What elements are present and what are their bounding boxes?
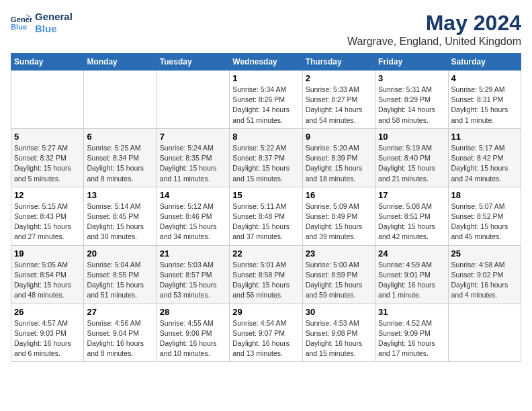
table-row: 31Sunrise: 4:52 AMSunset: 9:09 PMDayligh… (375, 304, 448, 362)
table-row: 12Sunrise: 5:15 AMSunset: 8:43 PMDayligh… (11, 187, 84, 245)
header-tuesday: Tuesday (157, 54, 229, 71)
day-number: 19 (14, 248, 81, 259)
table-row: 3Sunrise: 5:31 AMSunset: 8:29 PMDaylight… (375, 71, 448, 129)
day-number: 23 (306, 248, 372, 259)
table-row: 25Sunrise: 4:58 AMSunset: 9:02 PMDayligh… (448, 245, 521, 304)
day-number: 28 (160, 307, 226, 317)
header-wednesday: Wednesday (230, 54, 302, 71)
day-number: 16 (306, 190, 372, 200)
day-info: Sunrise: 5:17 AMSunset: 8:42 PMDaylight:… (451, 143, 518, 184)
table-row: 20Sunrise: 5:04 AMSunset: 8:55 PMDayligh… (84, 245, 157, 304)
header-friday: Friday (375, 54, 448, 71)
day-number: 25 (451, 248, 518, 259)
day-number: 3 (378, 73, 445, 83)
day-number: 1 (232, 73, 299, 83)
day-info: Sunrise: 5:08 AMSunset: 8:51 PMDaylight:… (378, 201, 445, 242)
calendar-week-row: 1Sunrise: 5:34 AMSunset: 8:26 PMDaylight… (11, 71, 521, 129)
day-info: Sunrise: 5:01 AMSunset: 8:58 PMDaylight:… (232, 260, 299, 301)
table-row: 21Sunrise: 5:03 AMSunset: 8:57 PMDayligh… (157, 245, 229, 304)
table-row: 18Sunrise: 5:07 AMSunset: 8:52 PMDayligh… (448, 187, 521, 245)
table-row: 8Sunrise: 5:22 AMSunset: 8:37 PMDaylight… (230, 128, 302, 187)
day-number: 12 (14, 190, 81, 200)
table-row: 10Sunrise: 5:19 AMSunset: 8:40 PMDayligh… (375, 128, 448, 187)
logo-icon: General Blue (11, 13, 32, 32)
table-row: 19Sunrise: 5:05 AMSunset: 8:54 PMDayligh… (11, 245, 84, 304)
table-row (448, 304, 521, 362)
day-info: Sunrise: 5:31 AMSunset: 8:29 PMDaylight:… (378, 85, 445, 126)
day-info: Sunrise: 5:14 AMSunset: 8:45 PMDaylight:… (87, 201, 153, 242)
day-info: Sunrise: 5:33 AMSunset: 8:27 PMDaylight:… (306, 85, 372, 126)
logo-line1: General (35, 11, 73, 23)
table-row: 28Sunrise: 4:55 AMSunset: 9:06 PMDayligh… (157, 304, 229, 362)
day-info: Sunrise: 4:57 AMSunset: 9:03 PMDaylight:… (14, 318, 81, 359)
weekday-header-row: Sunday Monday Tuesday Wednesday Thursday… (11, 54, 521, 71)
day-number: 2 (306, 73, 372, 83)
day-number: 18 (451, 190, 518, 200)
day-info: Sunrise: 5:11 AMSunset: 8:48 PMDaylight:… (232, 201, 299, 242)
table-row: 9Sunrise: 5:20 AMSunset: 8:39 PMDaylight… (302, 128, 375, 187)
day-number: 11 (451, 132, 518, 142)
table-row: 6Sunrise: 5:25 AMSunset: 8:34 PMDaylight… (84, 128, 157, 187)
day-info: Sunrise: 5:07 AMSunset: 8:52 PMDaylight:… (451, 201, 518, 242)
header-thursday: Thursday (302, 54, 375, 71)
day-number: 17 (378, 190, 445, 200)
day-number: 30 (306, 307, 372, 317)
header-saturday: Saturday (448, 54, 521, 71)
table-row: 11Sunrise: 5:17 AMSunset: 8:42 PMDayligh… (448, 128, 521, 187)
day-number: 21 (160, 248, 226, 259)
table-row: 1Sunrise: 5:34 AMSunset: 8:26 PMDaylight… (230, 71, 302, 129)
day-number: 14 (160, 190, 226, 200)
day-info: Sunrise: 5:29 AMSunset: 8:31 PMDaylight:… (451, 85, 518, 126)
calendar-week-row: 5Sunrise: 5:27 AMSunset: 8:32 PMDaylight… (11, 128, 521, 187)
day-info: Sunrise: 5:25 AMSunset: 8:34 PMDaylight:… (87, 143, 153, 184)
day-number: 15 (232, 190, 299, 200)
day-number: 8 (232, 132, 299, 142)
day-info: Sunrise: 5:22 AMSunset: 8:37 PMDaylight:… (232, 143, 299, 184)
day-number: 9 (306, 132, 372, 142)
day-number: 24 (378, 248, 445, 259)
header-monday: Monday (84, 54, 157, 71)
day-info: Sunrise: 5:09 AMSunset: 8:49 PMDaylight:… (306, 201, 372, 242)
day-number: 26 (14, 307, 81, 317)
day-number: 6 (87, 132, 153, 142)
table-row: 17Sunrise: 5:08 AMSunset: 8:51 PMDayligh… (375, 187, 448, 245)
day-info: Sunrise: 4:59 AMSunset: 9:01 PMDaylight:… (378, 260, 445, 301)
table-row: 22Sunrise: 5:01 AMSunset: 8:58 PMDayligh… (230, 245, 302, 304)
day-info: Sunrise: 5:05 AMSunset: 8:54 PMDaylight:… (14, 260, 81, 301)
calendar-title: May 2024 (347, 11, 521, 36)
day-number: 27 (87, 307, 153, 317)
day-number: 7 (160, 132, 226, 142)
day-info: Sunrise: 5:34 AMSunset: 8:26 PMDaylight:… (232, 85, 299, 126)
calendar-table: Sunday Monday Tuesday Wednesday Thursday… (11, 53, 521, 362)
header-sunday: Sunday (11, 54, 84, 71)
calendar-week-row: 19Sunrise: 5:05 AMSunset: 8:54 PMDayligh… (11, 245, 521, 304)
day-info: Sunrise: 5:04 AMSunset: 8:55 PMDaylight:… (87, 260, 153, 301)
day-info: Sunrise: 5:24 AMSunset: 8:35 PMDaylight:… (160, 143, 226, 184)
table-row: 14Sunrise: 5:12 AMSunset: 8:46 PMDayligh… (157, 187, 229, 245)
table-row (84, 71, 157, 129)
table-row: 23Sunrise: 5:00 AMSunset: 8:59 PMDayligh… (302, 245, 375, 304)
day-info: Sunrise: 5:20 AMSunset: 8:39 PMDaylight:… (306, 143, 372, 184)
calendar-week-row: 12Sunrise: 5:15 AMSunset: 8:43 PMDayligh… (11, 187, 521, 245)
day-info: Sunrise: 4:52 AMSunset: 9:09 PMDaylight:… (378, 318, 445, 359)
table-row (11, 71, 84, 129)
table-row: 4Sunrise: 5:29 AMSunset: 8:31 PMDaylight… (448, 71, 521, 129)
table-row (157, 71, 229, 129)
table-row: 5Sunrise: 5:27 AMSunset: 8:32 PMDaylight… (11, 128, 84, 187)
day-info: Sunrise: 5:27 AMSunset: 8:32 PMDaylight:… (14, 143, 81, 184)
day-info: Sunrise: 4:53 AMSunset: 9:08 PMDaylight:… (306, 318, 372, 359)
table-row: 13Sunrise: 5:14 AMSunset: 8:45 PMDayligh… (84, 187, 157, 245)
table-row: 24Sunrise: 4:59 AMSunset: 9:01 PMDayligh… (375, 245, 448, 304)
day-info: Sunrise: 5:15 AMSunset: 8:43 PMDaylight:… (14, 201, 81, 242)
table-row: 30Sunrise: 4:53 AMSunset: 9:08 PMDayligh… (302, 304, 375, 362)
day-info: Sunrise: 4:54 AMSunset: 9:07 PMDaylight:… (232, 318, 299, 359)
day-info: Sunrise: 4:56 AMSunset: 9:04 PMDaylight:… (87, 318, 153, 359)
day-number: 4 (451, 73, 518, 83)
day-number: 5 (14, 132, 81, 142)
logo-line2: Blue (35, 23, 73, 35)
day-info: Sunrise: 5:03 AMSunset: 8:57 PMDaylight:… (160, 260, 226, 301)
day-info: Sunrise: 4:58 AMSunset: 9:02 PMDaylight:… (451, 260, 518, 301)
day-info: Sunrise: 4:55 AMSunset: 9:06 PMDaylight:… (160, 318, 226, 359)
page-header: General Blue General Blue May 2024 Wargr… (11, 11, 521, 48)
day-info: Sunrise: 5:00 AMSunset: 8:59 PMDaylight:… (306, 260, 372, 301)
